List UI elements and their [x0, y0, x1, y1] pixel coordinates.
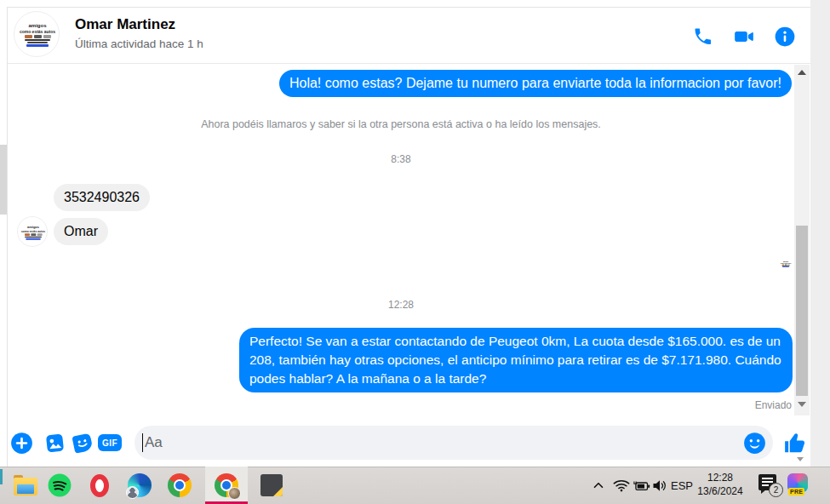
- chrome-icon: [168, 473, 192, 497]
- left-background-strip: [0, 145, 7, 215]
- emoji-icon: [743, 432, 766, 455]
- avatar-text: amigos: [28, 23, 46, 28]
- taskbar-chrome-profile-active[interactable]: [205, 467, 248, 504]
- messenger-chat-screen: amigos como estás autos Omar Martinez Úl…: [0, 0, 830, 504]
- opera-icon: [90, 474, 109, 497]
- last-activity-status: Última actividad hace 1 h: [75, 37, 203, 50]
- sent-status: Enviado: [755, 399, 792, 411]
- taskbar-edge[interactable]: [121, 467, 158, 504]
- tray-language-indicator[interactable]: ESP: [669, 479, 695, 492]
- scroll-down-arrow[interactable]: [798, 402, 806, 407]
- page-scroll-down-arrow[interactable]: [797, 457, 804, 461]
- open-more-actions-button[interactable]: [9, 431, 33, 455]
- read-receipt-avatar: amigos como estás autos: [779, 257, 793, 271]
- chrome-icon: [215, 473, 238, 497]
- avatar-text: como estás autos: [20, 29, 55, 34]
- tray-clock[interactable]: 12:28 13/6/2024: [694, 471, 747, 498]
- taskbar-dark-notes-app[interactable]: [253, 467, 290, 504]
- avatar-cars-graphic: [25, 35, 51, 38]
- tray-time: 12:28: [694, 471, 747, 484]
- taskbar-spotify[interactable]: [41, 467, 78, 504]
- voice-call-button[interactable]: [688, 22, 717, 51]
- tray-volume[interactable]: [649, 474, 671, 496]
- phone-icon: [692, 26, 713, 47]
- info-icon: [774, 26, 796, 48]
- gif-icon: GIF: [98, 434, 122, 451]
- dark-notes-icon: [260, 474, 283, 496]
- choose-sticker-button[interactable]: [71, 431, 94, 455]
- wifi-icon: [613, 478, 630, 492]
- spotify-icon: [48, 473, 72, 497]
- tray-show-hidden-icons[interactable]: [587, 474, 610, 496]
- video-call-icon: [733, 26, 755, 48]
- text-cursor: [142, 433, 143, 452]
- incoming-message-bubble[interactable]: 3532490326: [54, 184, 150, 211]
- choose-gif-button[interactable]: GIF: [98, 431, 122, 455]
- cut-off-app-icon: [0, 469, 3, 484]
- chat-scrollbar-thumb[interactable]: [796, 226, 808, 396]
- timestamp: 8:38: [9, 153, 793, 165]
- edge-icon: [128, 473, 152, 497]
- volume-icon: [651, 478, 668, 493]
- timestamp: 12:28: [9, 299, 793, 311]
- chrome-profile-badge: [228, 487, 241, 500]
- taskbar-file-explorer[interactable]: [7, 467, 44, 504]
- tray-date: 13/6/2024: [694, 484, 747, 498]
- avatar[interactable]: amigos como estás autos: [17, 216, 48, 247]
- incoming-message-bubble[interactable]: Omar: [54, 218, 108, 245]
- outgoing-message-bubble[interactable]: Hola! como estas? Dejame tu numero para …: [279, 70, 792, 97]
- outgoing-message-bubble[interactable]: Perfecto! Se van a estar contactando de …: [239, 328, 793, 392]
- battery-icon: [633, 479, 650, 492]
- scroll-up-arrow[interactable]: [798, 70, 806, 75]
- system-notice: Ahora podéis llamaros y saber si la otra…: [9, 118, 793, 130]
- contact-name[interactable]: Omar Martinez: [75, 16, 175, 33]
- send-like-button[interactable]: [781, 428, 810, 457]
- taskbar-chrome[interactable]: [161, 467, 198, 504]
- conversation-info-button[interactable]: [770, 22, 799, 51]
- attach-photo-button[interactable]: [43, 431, 66, 455]
- video-call-button[interactable]: [730, 22, 758, 51]
- photo-icon: [43, 432, 66, 455]
- plus-icon: [10, 432, 33, 455]
- file-explorer-icon: [14, 475, 37, 495]
- sticker-icon: [72, 432, 94, 455]
- emoji-picker-button[interactable]: [742, 431, 766, 455]
- taskbar-opera[interactable]: [81, 467, 118, 504]
- window-left-border: [7, 7, 8, 467]
- chevron-up-icon: [591, 478, 606, 493]
- right-background-strip: [810, 0, 830, 467]
- edge-profile-badge: [126, 486, 139, 499]
- avatar[interactable]: amigos como estás autos: [14, 11, 60, 57]
- thumbs-up-icon: [782, 430, 808, 455]
- notification-count-badge: 2: [769, 483, 783, 497]
- message-input[interactable]: [145, 427, 732, 459]
- copilot-pre-badge: PRE: [788, 488, 804, 495]
